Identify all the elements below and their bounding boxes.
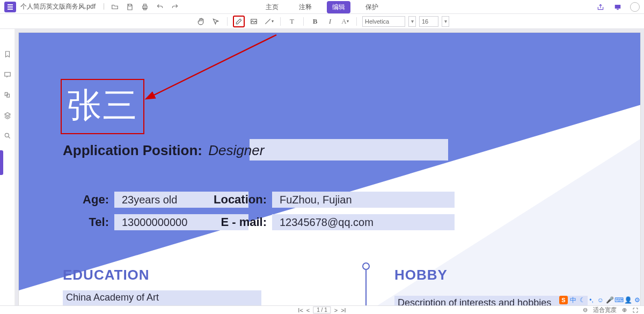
application-position-row[interactable]: Application Position: Designer bbox=[63, 142, 264, 159]
hobby-value[interactable]: Description of interests and hobbies bbox=[394, 296, 588, 305]
edit-text-tool-icon[interactable] bbox=[233, 16, 245, 27]
ime-emoji-icon[interactable]: ☺ bbox=[597, 296, 604, 304]
font-family-select[interactable] bbox=[362, 16, 405, 27]
title-bar: 个人简历英文版商务风.pdf | 主页 注释 编辑 保护 bbox=[0, 0, 644, 14]
hand-tool-icon[interactable] bbox=[195, 16, 207, 27]
svg-point-9 bbox=[5, 133, 9, 137]
italic-icon[interactable]: I bbox=[324, 16, 336, 27]
layers-panel-icon[interactable] bbox=[3, 111, 12, 120]
tab-protect[interactable]: 保护 bbox=[360, 1, 384, 13]
font-size-dropdown-icon[interactable]: ▾ bbox=[442, 16, 449, 27]
pager: I< < 1 / 1 > >I bbox=[298, 306, 346, 313]
quick-access-toolbar: | bbox=[103, 2, 180, 12]
timeline-line bbox=[365, 270, 367, 305]
font-size-select[interactable] bbox=[419, 16, 438, 27]
svg-rect-1 bbox=[144, 4, 147, 6]
search-panel-icon[interactable] bbox=[3, 131, 12, 141]
status-bar: I< < 1 / 1 > >I ⊖ 适合宽度 ⊕ bbox=[0, 305, 644, 314]
user-avatar-icon[interactable] bbox=[630, 2, 640, 12]
comment-panel-icon[interactable] bbox=[3, 70, 12, 79]
tab-home[interactable]: 主页 bbox=[260, 1, 284, 13]
zoom-in-icon[interactable]: ⊕ bbox=[622, 306, 627, 313]
bold-icon[interactable]: B bbox=[309, 16, 321, 27]
fit-width-label[interactable]: 适合宽度 bbox=[593, 306, 617, 314]
application-position-value[interactable]: Designer bbox=[208, 142, 264, 158]
thumbnail-handle[interactable] bbox=[0, 150, 3, 175]
ime-mic-icon[interactable]: 🎤 bbox=[606, 296, 613, 304]
ime-settings-icon[interactable]: ⚙ bbox=[633, 296, 641, 304]
svg-rect-6 bbox=[4, 72, 10, 76]
tab-annotate[interactable]: 注释 bbox=[294, 1, 317, 13]
redo-icon[interactable] bbox=[170, 2, 180, 12]
next-page-icon[interactable]: > bbox=[334, 307, 338, 313]
education-heading: EDUCATION bbox=[63, 267, 150, 283]
font-family-dropdown-icon[interactable]: ▾ bbox=[408, 16, 416, 27]
file-name: 个人简历英文版商务风.pdf bbox=[20, 2, 96, 11]
app-icon bbox=[4, 2, 16, 12]
title-right-group bbox=[596, 0, 640, 14]
hobby-heading: HOBBY bbox=[394, 267, 448, 283]
select-tool-icon[interactable] bbox=[210, 16, 222, 27]
location-label: Location: bbox=[194, 193, 274, 207]
font-color-icon[interactable]: A▾ bbox=[339, 16, 351, 27]
ime-toolbar: S 中 ☾ •, ☺ 🎤 ⌨ 👤 ⚙ bbox=[559, 296, 641, 304]
line-tool-icon[interactable]: ▾ bbox=[263, 16, 275, 27]
fullscreen-icon[interactable] bbox=[632, 307, 639, 313]
present-icon[interactable] bbox=[613, 2, 623, 12]
first-page-icon[interactable]: I< bbox=[298, 307, 303, 313]
print-icon[interactable] bbox=[140, 2, 150, 12]
location-value[interactable]: FuZhou, Fujian bbox=[280, 194, 352, 206]
page-indicator[interactable]: 1 / 1 bbox=[313, 306, 331, 313]
ime-moon-icon[interactable]: ☾ bbox=[579, 296, 586, 304]
svg-rect-3 bbox=[615, 5, 621, 9]
age-value[interactable]: 23years old bbox=[122, 194, 177, 206]
undo-icon[interactable] bbox=[155, 2, 165, 12]
tel-label: Tel: bbox=[47, 215, 116, 229]
edit-toolbar: ▾ T B I A▾ ▾ ▾ bbox=[0, 14, 644, 29]
name-text-selection[interactable]: 张三 bbox=[61, 79, 144, 134]
ime-logo-icon[interactable]: S bbox=[559, 296, 568, 304]
share-icon[interactable] bbox=[596, 2, 605, 12]
location-row[interactable]: Location: FuZhou, Fujian bbox=[194, 192, 455, 208]
svg-rect-4 bbox=[617, 9, 619, 10]
zoom-out-icon[interactable]: ⊖ bbox=[583, 306, 588, 313]
ime-punct-icon[interactable]: •, bbox=[588, 296, 595, 304]
bookmark-panel-icon[interactable] bbox=[3, 49, 12, 59]
open-icon[interactable] bbox=[110, 2, 120, 12]
position-field-bg bbox=[250, 139, 448, 160]
application-position-label: Application Position: bbox=[63, 142, 202, 158]
pdf-page[interactable]: 张三 Application Position: Designer Age: 2… bbox=[18, 32, 641, 305]
email-row[interactable]: E - mail: 12345678@qq.com bbox=[194, 214, 455, 230]
main-tabs: 主页 注释 编辑 保护 bbox=[260, 0, 384, 14]
education-value[interactable]: China Academy of Art bbox=[63, 290, 261, 305]
timeline-dot-icon bbox=[362, 262, 370, 270]
attachment-panel-icon[interactable] bbox=[3, 90, 12, 100]
ime-keyboard-icon[interactable]: ⌨ bbox=[615, 296, 623, 304]
tel-value[interactable]: 13000000000 bbox=[122, 216, 187, 229]
image-tool-icon[interactable] bbox=[248, 16, 260, 27]
email-label: E - mail: bbox=[194, 215, 274, 229]
add-text-tool-icon[interactable]: T bbox=[286, 16, 298, 27]
ime-user-icon[interactable]: 👤 bbox=[624, 296, 632, 304]
email-value[interactable]: 12345678@qq.com bbox=[280, 216, 374, 229]
ime-lang-button[interactable]: 中 bbox=[569, 296, 577, 304]
last-page-icon[interactable]: >I bbox=[341, 307, 346, 313]
tab-edit[interactable]: 编辑 bbox=[327, 1, 350, 13]
document-viewport[interactable]: 张三 Application Position: Designer Age: 2… bbox=[15, 29, 644, 305]
age-label: Age: bbox=[47, 193, 116, 207]
prev-page-icon[interactable]: < bbox=[306, 307, 310, 313]
status-right-group: ⊖ 适合宽度 ⊕ bbox=[583, 306, 639, 314]
save-icon[interactable] bbox=[125, 2, 135, 12]
